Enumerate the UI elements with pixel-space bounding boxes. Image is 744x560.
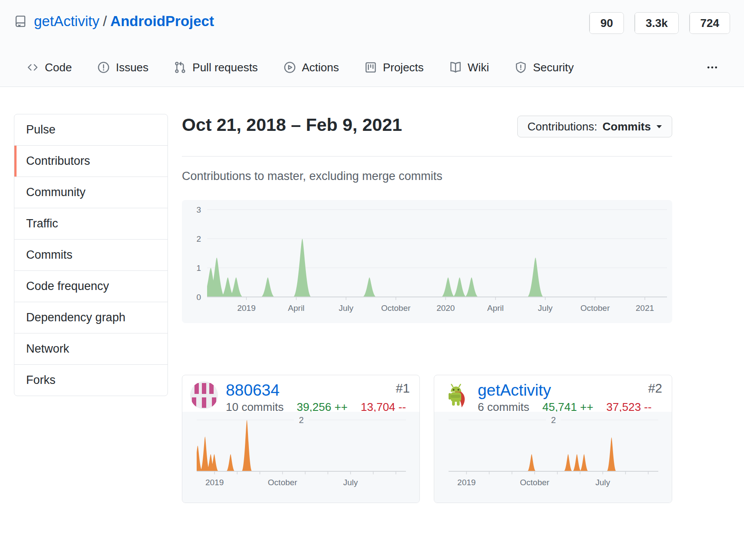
sidebar-item-forks[interactable]: Forks [14, 364, 168, 396]
svg-text:2: 2 [299, 415, 304, 425]
svg-text:2021: 2021 [636, 303, 654, 313]
filter-value: Commits [603, 120, 651, 133]
contributor-1-rank: #1 [396, 381, 410, 396]
repo-title-row: getActivity/AndroidProject [14, 13, 214, 30]
contributor-2-chart: 2019OctoberJuly2 [434, 412, 672, 503]
tab-issues-label: Issues [116, 61, 148, 74]
tab-pull-requests[interactable]: Pull requests [174, 61, 258, 74]
svg-text:October: October [381, 303, 411, 313]
svg-text:0: 0 [196, 293, 201, 302]
sidebar-item-community[interactable]: Community [14, 177, 168, 208]
tab-projects-label: Projects [383, 61, 424, 74]
tab-code[interactable]: Code [26, 61, 72, 74]
identicon-avatar[interactable] [190, 381, 218, 409]
svg-text:2019: 2019 [237, 303, 255, 313]
android-avatar[interactable] [442, 381, 470, 409]
forks-count[interactable]: 724 [690, 13, 730, 33]
caret-down-icon [656, 125, 662, 129]
issue-icon [97, 61, 110, 74]
svg-text:October: October [520, 478, 550, 487]
pull-request-icon [174, 61, 187, 74]
tab-security[interactable]: Security [514, 61, 574, 74]
sidebar-item-code-frequency[interactable]: Code frequency [14, 270, 168, 302]
watchers-count[interactable]: 90 [590, 13, 623, 33]
svg-text:2: 2 [196, 234, 201, 243]
contributor-cards: 880634 10 commits 39,256 ++ 13,704 -- #1… [182, 375, 672, 503]
main-contributions-chart-svg: 01232019AprilJulyOctober2020AprilJulyOct… [182, 200, 672, 323]
sidebar-item-traffic[interactable]: Traffic [14, 208, 168, 239]
book-open-icon [449, 61, 462, 74]
svg-text:October: October [580, 303, 610, 313]
svg-text:1: 1 [196, 263, 201, 273]
contributor-2-chart-svg: 2019OctoberJuly2 [434, 412, 672, 503]
repo-name-link[interactable]: AndroidProject [111, 13, 214, 29]
contributions-filter-button[interactable]: Contributions: Commits [517, 116, 672, 137]
contributor-card-2: getActivity 6 commits 45,741 ++ 37,523 -… [434, 375, 672, 503]
svg-text:April: April [288, 303, 305, 313]
kebab-horizontal-icon [705, 61, 720, 74]
svg-text:2019: 2019 [457, 478, 476, 487]
tab-actions[interactable]: Actions [283, 61, 339, 74]
repo-owner-link[interactable]: getActivity [34, 13, 99, 29]
svg-text:2020: 2020 [436, 303, 455, 313]
tab-wiki[interactable]: Wiki [449, 61, 489, 74]
svg-text:October: October [268, 478, 298, 487]
repo-header: getActivity/AndroidProject Unwatch 90 [0, 0, 744, 87]
tab-wiki-label: Wiki [468, 61, 489, 74]
code-icon [26, 61, 39, 74]
svg-text:2: 2 [551, 415, 556, 425]
repo-action-buttons: Unwatch 90 Star 3.3k [589, 12, 730, 34]
breadcrumb: getActivity/AndroidProject [34, 13, 214, 30]
tab-projects[interactable]: Projects [364, 61, 424, 74]
svg-text:July: July [338, 303, 353, 313]
contributor-2-username-link[interactable]: getActivity [478, 381, 652, 400]
play-circle-icon [283, 61, 296, 74]
sidebar-item-contributors[interactable]: Contributors [14, 145, 168, 177]
contributors-main: Oct 21, 2018 – Feb 9, 2021 Contributions… [182, 114, 672, 505]
shield-icon [514, 61, 527, 74]
contributor-card-1-header: 880634 10 commits 39,256 ++ 13,704 -- #1 [182, 375, 419, 413]
insights-sidebar: Pulse Contributors Community Traffic Com… [14, 114, 168, 396]
repo-nav: Code Issues Pull requests Actions [26, 52, 720, 83]
main-contributions-chart: 01232019AprilJulyOctober2020AprilJulyOct… [182, 200, 672, 323]
svg-text:July: July [596, 478, 610, 487]
nav-overflow-button[interactable] [705, 61, 720, 74]
chart-subtitle: Contributions to master, excluding merge… [182, 170, 442, 183]
sidebar-item-dependency-graph[interactable]: Dependency graph [14, 302, 168, 333]
svg-text:July: July [343, 478, 358, 487]
github-insights-contributors-page: getActivity/AndroidProject Unwatch 90 [0, 0, 744, 560]
project-board-icon [364, 61, 377, 74]
repo-icon [14, 15, 27, 28]
watch-button-group: Unwatch 90 [589, 12, 624, 34]
tab-issues[interactable]: Issues [97, 61, 148, 74]
tab-code-label: Code [45, 61, 72, 74]
svg-text:3: 3 [196, 205, 201, 214]
tab-actions-label: Actions [302, 61, 339, 74]
contributor-card-1: 880634 10 commits 39,256 ++ 13,704 -- #1… [182, 375, 420, 503]
stars-count[interactable]: 3.3k [635, 13, 678, 33]
filter-prefix: Contributions: [527, 120, 597, 133]
star-button-group: Star 3.3k [634, 12, 679, 34]
repo-separator: / [99, 13, 110, 29]
sidebar-item-commits[interactable]: Commits [14, 239, 168, 270]
tab-pull-requests-label: Pull requests [192, 61, 258, 74]
fork-button-group: Fork 724 [689, 12, 730, 34]
contributor-1-chart-svg: 2019OctoberJuly2 [182, 412, 420, 503]
date-range-heading: Oct 21, 2018 – Feb 9, 2021 [182, 115, 402, 135]
svg-text:April: April [487, 303, 504, 313]
sidebar-item-pulse[interactable]: Pulse [14, 114, 168, 145]
svg-text:July: July [538, 303, 553, 313]
sidebar-item-network[interactable]: Network [14, 333, 168, 364]
svg-text:2019: 2019 [205, 478, 224, 487]
tab-security-label: Security [533, 61, 574, 74]
contributor-card-2-header: getActivity 6 commits 45,741 ++ 37,523 -… [434, 375, 672, 413]
contributor-1-username-link[interactable]: 880634 [226, 381, 406, 400]
heading-divider [182, 156, 672, 157]
contributor-1-chart: 2019OctoberJuly2 [182, 412, 419, 503]
contributor-2-rank: #2 [648, 381, 662, 396]
